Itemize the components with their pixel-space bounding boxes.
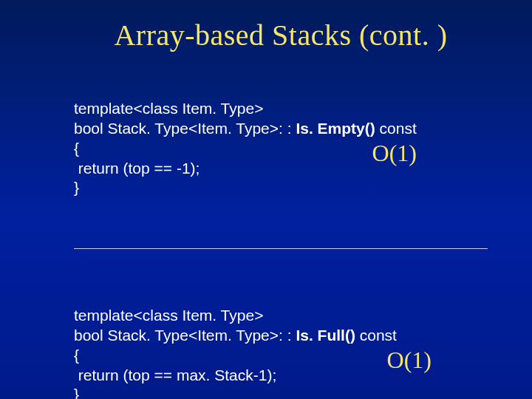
- code-line: {: [74, 347, 79, 364]
- code-text: const: [375, 120, 417, 137]
- code-line: bool Stack. Type<Item. Type>: : Is. Empt…: [74, 120, 417, 137]
- code-block-isfull: template<class Item. Type> bool Stack. T…: [74, 286, 488, 399]
- code-line: }: [74, 179, 79, 196]
- code-bold: Is. Full(): [296, 327, 355, 344]
- code-line: return (top == -1);: [74, 160, 200, 177]
- code-text: bool Stack. Type<Item. Type>: :: [74, 120, 296, 137]
- code-text: bool Stack. Type<Item. Type>: :: [74, 327, 296, 344]
- code-text: const: [355, 327, 397, 344]
- complexity-label: O(1): [387, 345, 432, 375]
- slide-title: Array-based Stacks (cont. ): [74, 18, 488, 52]
- code-line: return (top == max. Stack-1);: [74, 366, 276, 383]
- code-line: {: [74, 140, 79, 157]
- code-block-isempty: template<class Item. Type> bool Stack. T…: [74, 79, 488, 238]
- code-bold: Is. Empty(): [296, 120, 375, 137]
- code-line: bool Stack. Type<Item. Type>: : Is. Full…: [74, 327, 397, 344]
- code-line: }: [74, 386, 79, 399]
- complexity-label: O(1): [372, 138, 417, 168]
- slide: Array-based Stacks (cont. ) template<cla…: [0, 0, 532, 399]
- divider: [74, 248, 488, 249]
- code-line: template<class Item. Type>: [74, 100, 263, 117]
- code-line: template<class Item. Type>: [74, 307, 263, 324]
